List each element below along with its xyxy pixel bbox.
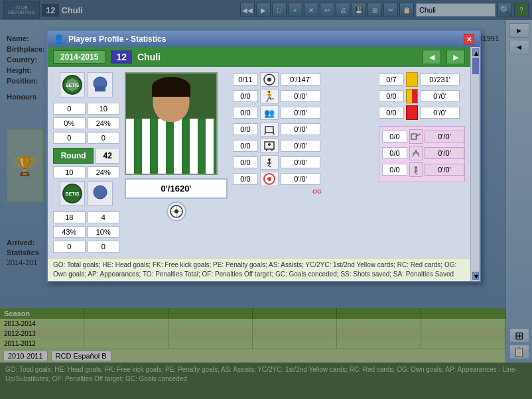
- goal-time: 0'/0': [281, 123, 320, 135]
- scroll-thumb[interactable]: [472, 58, 479, 74]
- special-time-2: 0'/0': [425, 147, 464, 159]
- modal-scrollbar[interactable]: ▲ ▼: [470, 47, 480, 281]
- stat-box-2b: 24%: [88, 117, 120, 129]
- season-label: 2014-2015: [53, 50, 105, 64]
- stats-row-team: 0/0 👥 0'/0': [233, 105, 375, 120]
- svg-text:BETIS: BETIS: [66, 192, 80, 196]
- modal-body: 2014-2015 12 Chuli ◀ ▶: [48, 47, 480, 281]
- card-row-red: 0/0 0'/0': [379, 105, 465, 120]
- red-card-icon: [406, 105, 418, 120]
- round-value: 42: [96, 148, 119, 164]
- season-nav-next[interactable]: ▶: [446, 50, 465, 64]
- special-time-3: 0'/0': [425, 164, 464, 176]
- stat-pair-4: 10 24%: [53, 166, 119, 178]
- stat-pair-6: 43% 10%: [53, 226, 119, 238]
- stats-row-run: 0/0 🏃 0'/0': [233, 89, 375, 103]
- stats-row-goal: 0/0 0'/0': [233, 122, 375, 137]
- ball-icon: [166, 201, 186, 221]
- og-stat: 0/0: [233, 173, 258, 185]
- player-photo-area: 0'/1620': [125, 72, 228, 253]
- stat-box-5a: 18: [53, 211, 86, 223]
- halfcard-count: 0/0: [379, 90, 404, 102]
- gk-icon: [260, 139, 279, 153]
- club-logos: BETIS: [53, 72, 119, 97]
- special-row-2: 0/0 0'/0': [382, 146, 462, 160]
- modal-overlay: 👤 Players Profile - Statistics ✕ 2014-20…: [0, 0, 532, 399]
- stat-box-5b: 4: [88, 211, 120, 223]
- stat-box-2a: 0%: [53, 117, 86, 129]
- modal-titlebar: 👤 Players Profile - Statistics ✕: [48, 31, 480, 47]
- modal-close-button[interactable]: ✕: [464, 34, 474, 44]
- special-section: 0/0 0'/0': [379, 126, 465, 182]
- special-val-1: 0/0: [382, 131, 407, 142]
- cards-section: 0/7 0'/231' 0/0 0'/0': [379, 72, 465, 253]
- stats-row-gk: 0/0 0'/0': [233, 139, 375, 153]
- run-time: 0'/0': [281, 90, 320, 102]
- stat-box-4a: 10: [53, 166, 86, 178]
- ball-stat-icon: [260, 72, 279, 87]
- round-button[interactable]: Round: [53, 148, 94, 164]
- gk-time: 0'/0': [281, 140, 320, 152]
- special-row-3: 0/0 0'/0': [382, 162, 462, 177]
- stat-box-7b: 0: [88, 241, 120, 253]
- redcard-count: 0/0: [379, 107, 404, 119]
- stat-pair-7: 0 0: [53, 241, 119, 253]
- half-red-card-icon: [406, 89, 418, 103]
- halfcard-time: 0'/0': [420, 90, 460, 102]
- pen-stat: 0/0: [233, 156, 258, 168]
- special-val-3: 0/0: [382, 164, 407, 176]
- penalty-icon: [260, 155, 279, 170]
- stat-pair-5: 18 4: [53, 211, 119, 223]
- yellow-time: 0'/231': [420, 74, 460, 86]
- stat-pair-3: 0 0: [53, 132, 119, 144]
- yellow-card-icon: [406, 72, 418, 87]
- svg-point-20: [268, 158, 271, 161]
- away-club-logo: [88, 72, 113, 97]
- team-time: 0'/0': [281, 107, 320, 119]
- modal-notes: GO: Total goals; HE: Head goals; FK: Fre…: [48, 258, 470, 281]
- card-row-yellow: 0/7 0'/231': [379, 72, 465, 87]
- team-stat: 0/0: [233, 107, 258, 119]
- season-nav-prev[interactable]: ◀: [423, 50, 441, 64]
- stat-box-3b: 0: [88, 132, 120, 144]
- player-photo: [125, 72, 218, 175]
- team-icon: 👥: [260, 105, 279, 120]
- yellow-count: 0/7: [379, 74, 404, 86]
- svg-point-29: [415, 166, 417, 169]
- run-icon: 🏃: [260, 89, 279, 103]
- card-row-halfhalf: 0/0 0'/0': [379, 89, 465, 103]
- stat-box-7a: 0: [53, 241, 86, 253]
- svg-text:BETIS: BETIS: [66, 83, 80, 87]
- stat-box-6b: 10%: [88, 226, 120, 238]
- stat-box-1b: 10: [88, 103, 120, 115]
- save-icon: [409, 129, 423, 144]
- svg-point-8: [94, 186, 107, 199]
- players-profile-modal: 👤 Players Profile - Statistics ✕ 2014-20…: [46, 30, 481, 282]
- stats-col-1: 0/11 0'/147': [233, 72, 375, 253]
- main-stats-grid: 0/11 0'/147': [233, 72, 465, 253]
- og-time: 0'/0': [281, 173, 320, 185]
- left-stats-panel: BETIS: [53, 72, 119, 253]
- og-icon: [260, 172, 279, 186]
- scroll-up[interactable]: ▲: [472, 48, 479, 56]
- modal-title: Players Profile - Statistics: [68, 34, 166, 44]
- gk-stat: 0/0: [233, 140, 258, 152]
- svg-line-14: [265, 133, 265, 135]
- tackle-icon: [409, 162, 423, 177]
- scroll-down[interactable]: ▼: [472, 272, 479, 280]
- player-number-badge: 12: [111, 50, 132, 64]
- goals-time: 0'/147': [281, 74, 320, 86]
- stat-box-6a: 43%: [53, 226, 86, 238]
- og-label: OG: [259, 188, 375, 195]
- svg-point-17: [268, 143, 271, 146]
- round-selector: Round 42: [53, 148, 119, 164]
- stat-box-4b: 24%: [88, 166, 120, 178]
- svg-line-23: [268, 165, 271, 167]
- notes-text: GO: Total goals; HE: Head goals; FK: Fre…: [53, 260, 465, 279]
- special-time-1: 0'/0': [425, 131, 464, 142]
- svg-point-12: [267, 78, 271, 82]
- modal-main-content: 2014-2015 12 Chuli ◀ ▶: [48, 47, 470, 281]
- stats-row-og: 0/0 0'/0': [233, 172, 375, 186]
- svg-point-10: [174, 209, 178, 213]
- club-logos-2: BETIS: [53, 181, 119, 206]
